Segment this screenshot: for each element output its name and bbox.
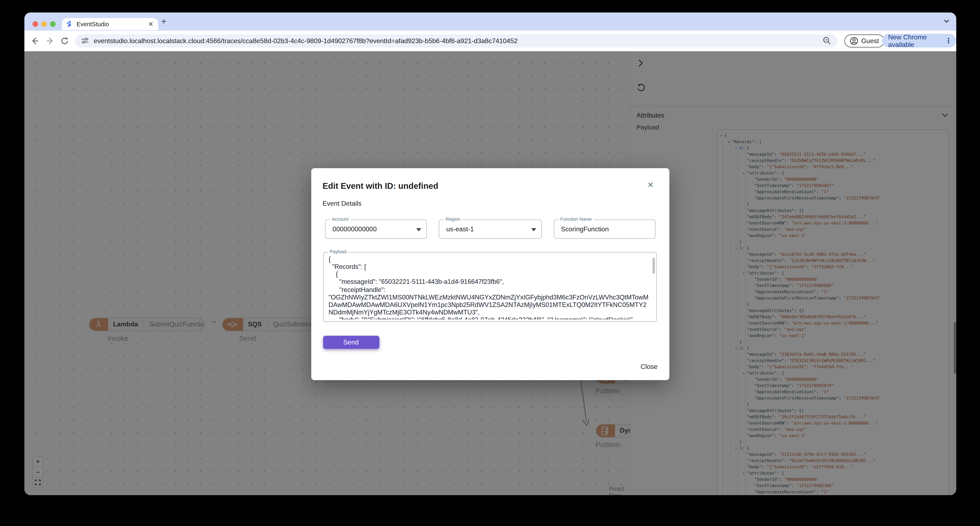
maximize-window-button[interactable] <box>50 21 56 27</box>
modal-close-icon[interactable]: ✕ <box>646 181 655 190</box>
tab-close-icon[interactable]: ✕ <box>148 21 153 27</box>
chrome-update-button[interactable]: New Chrome available ⋮ <box>882 34 956 48</box>
modal-title: Edit Event with ID: undefined <box>323 181 438 191</box>
browser-toolbar: eventstudio.localhost.localstack.cloud:4… <box>24 30 956 51</box>
tab-strip: EventStudio ✕ + <box>24 13 956 30</box>
close-window-button[interactable] <box>32 21 38 27</box>
send-button[interactable]: Send <box>323 336 379 349</box>
new-tab-button[interactable]: + <box>161 13 167 30</box>
url-text[interactable]: eventstudio.localhost.localstack.cloud:4… <box>94 37 822 45</box>
region-value: us-east-1 <box>446 220 474 238</box>
screenshot-stage: EventStudio ✕ + <box>0 0 980 526</box>
guest-avatar-icon <box>850 37 858 45</box>
function-name-value: ScoringFunction <box>561 220 609 238</box>
tab-eventstudio[interactable]: EventStudio ✕ <box>62 18 158 30</box>
site-settings-icon[interactable] <box>81 37 89 45</box>
reload-icon[interactable] <box>59 36 69 46</box>
guest-label: Guest <box>861 37 879 45</box>
event-details-label: Event Details <box>323 199 361 207</box>
zoom-indicator-icon[interactable] <box>822 37 831 45</box>
update-label: New Chrome available <box>888 33 941 48</box>
function-name-field[interactable]: Function Name ScoringFunction <box>554 219 655 239</box>
window-controls <box>32 21 56 27</box>
close-button[interactable]: Close <box>641 363 657 370</box>
tab-title: EventStudio <box>77 21 148 28</box>
forward-icon[interactable] <box>45 36 55 46</box>
account-dropdown-icon[interactable] <box>416 228 421 231</box>
browser-window: EventStudio ✕ + <box>24 13 956 495</box>
payload-textarea[interactable]: { "Records": [ { "messageId": "65032221-… <box>329 255 649 320</box>
region-select[interactable]: Region us-east-1 <box>439 219 542 239</box>
payload-editor[interactable]: Payload { "Records": [ { "messageId": "6… <box>323 252 657 322</box>
minimize-window-button[interactable] <box>41 21 47 27</box>
profile-guest-button[interactable]: Guest <box>845 34 885 47</box>
page-content: λ Lambda SubmitQuizFunction Invoke → <box>24 51 956 495</box>
address-bar[interactable]: eventstudio.localhost.localstack.cloud:4… <box>75 34 837 47</box>
browser-menu-icon[interactable]: ⋮ <box>945 37 952 45</box>
region-dropdown-icon[interactable] <box>531 228 536 231</box>
edit-event-modal: Edit Event with ID: undefined ✕ Event De… <box>311 168 670 380</box>
account-select[interactable]: Account 000000000000 <box>325 219 427 239</box>
payload-scrollbar[interactable] <box>652 257 655 274</box>
payload-label: Payload <box>328 250 348 255</box>
back-icon[interactable] <box>29 36 40 46</box>
eventstudio-favicon-icon <box>66 21 73 28</box>
account-value: 000000000000 <box>332 220 377 238</box>
tab-search-chevron-icon[interactable] <box>944 19 950 23</box>
